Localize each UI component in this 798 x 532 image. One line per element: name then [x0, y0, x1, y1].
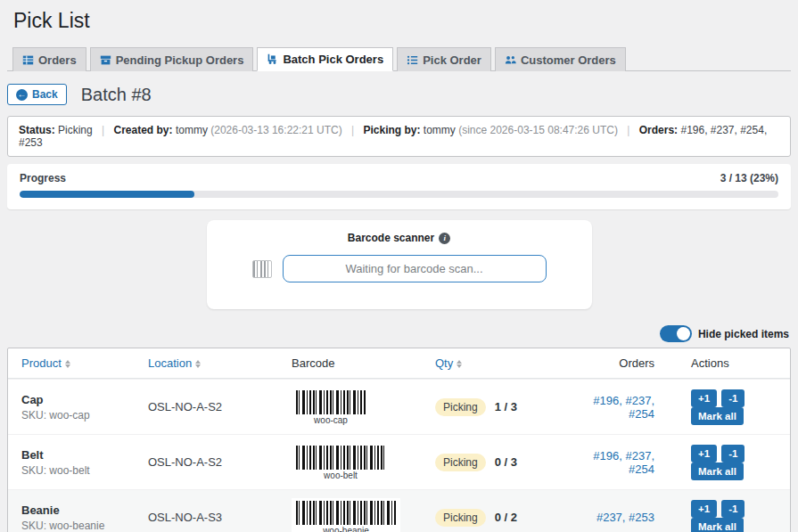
barcode-label: woo-beanie — [296, 526, 396, 532]
info-icon[interactable]: i — [439, 233, 450, 244]
status-badge: Picking — [435, 454, 486, 471]
plus-one-button[interactable]: +1 — [691, 445, 717, 462]
tab-label: Pick Order — [423, 53, 481, 67]
tab-orders[interactable]: Orders — [12, 47, 86, 71]
plus-one-button[interactable]: +1 — [691, 389, 717, 407]
column-header-product[interactable]: Product — [8, 348, 148, 378]
product-sku: SKU: woo-belt — [21, 464, 148, 477]
progress-bar — [20, 191, 778, 198]
barcode-image: woo-cap — [292, 388, 370, 426]
page-title: Pick List — [7, 0, 791, 33]
order-link[interactable]: #237 — [596, 511, 629, 524]
sort-icon — [195, 360, 201, 368]
separator: | — [351, 124, 354, 136]
hide-picked-toggle[interactable] — [660, 325, 692, 342]
progress-label: Progress — [20, 172, 66, 184]
hand-truck-icon — [267, 53, 278, 65]
order-link[interactable]: #237 — [625, 449, 654, 462]
column-header-actions: Actions — [654, 348, 790, 378]
tab-customer-orders[interactable]: Customer Orders — [495, 47, 626, 71]
back-label: Back — [32, 88, 58, 101]
batch-title: Batch #8 — [81, 85, 152, 105]
order-link[interactable]: #253 — [629, 511, 654, 524]
progress-bar-fill — [20, 191, 194, 198]
sort-icon — [65, 360, 70, 368]
location-value: OSL-NO-A-S2 — [148, 400, 292, 413]
minus-one-button[interactable]: -1 — [721, 389, 745, 407]
progress-value: 3 / 13 (23%) — [720, 172, 778, 184]
mark-all-button[interactable]: Mark all — [691, 407, 744, 425]
back-arrow-icon: ← — [16, 89, 28, 101]
order-link[interactable]: #196 — [593, 449, 625, 462]
scanner-title: Barcode scanner — [348, 232, 434, 244]
barcode-image: woo-belt — [292, 443, 390, 481]
order-link[interactable]: #196 — [593, 394, 625, 407]
plus-one-button[interactable]: +1 — [691, 500, 717, 518]
back-button[interactable]: ← Back — [7, 84, 67, 105]
barcode-label: woo-belt — [296, 471, 385, 480]
separator: | — [627, 124, 629, 136]
table-header-row: Product Location Barcode Qty Orders Acti… — [8, 348, 790, 379]
order-links: #196#237#254 — [569, 449, 654, 476]
status-badge: Picking — [435, 509, 486, 527]
tab-label: Customer Orders — [521, 53, 616, 67]
mark-all-button[interactable]: Mark all — [691, 462, 744, 480]
tab-label: Pending Pickup Orders — [116, 53, 244, 67]
picking-time: (since 2026-03-15 08:47:26 UTC) — [458, 124, 618, 136]
barcode-scan-input[interactable] — [283, 255, 547, 282]
pick-items-table: Product Location Barcode Qty Orders Acti… — [7, 348, 791, 532]
progress-card: Progress 3 / 13 (23%) — [7, 164, 791, 209]
tab-pick-order[interactable]: Pick Order — [397, 47, 491, 71]
tab-batch-pick-orders[interactable]: Batch Pick Orders — [257, 47, 393, 71]
created-time: (2026-03-13 16:22:21 UTC) — [210, 124, 341, 136]
tab-pending-pickup-orders[interactable]: Pending Pickup Orders — [90, 47, 254, 71]
orders-label: Orders: — [639, 124, 678, 136]
order-link[interactable]: #254 — [629, 407, 654, 421]
toggle-knob — [677, 327, 690, 340]
product-name: Beanie — [21, 503, 148, 517]
picking-by-user: tommy — [424, 124, 456, 136]
location-value: OSL-NO-A-S2 — [148, 455, 292, 469]
list-icon — [407, 54, 418, 66]
tab-label: Batch Pick Orders — [283, 53, 383, 66]
status-label: Status: — [19, 124, 55, 136]
product-sku: SKU: woo-beanie — [21, 520, 148, 532]
qty-value: 0 / 2 — [495, 511, 517, 524]
barcode-image: woo-beanie — [292, 498, 400, 532]
order-link[interactable]: #237 — [625, 394, 654, 407]
barcode-scanner-card: Barcode scanner i — [207, 220, 592, 309]
table-row: Belt SKU: woo-belt OSL-NO-A-S2 woo-belt … — [8, 434, 790, 489]
qty-value: 1 / 3 — [495, 400, 517, 413]
product-sku: SKU: woo-cap — [21, 409, 148, 422]
order-links: #196#237#254 — [569, 394, 654, 421]
column-header-barcode: Barcode — [292, 348, 435, 378]
sort-icon — [457, 360, 462, 368]
product-name: Belt — [21, 448, 148, 462]
qty-value: 0 / 3 — [495, 455, 517, 469]
created-by-label: Created by: — [114, 124, 173, 136]
table-row: Beanie SKU: woo-beanie OSL-NO-A-S3 woo-b… — [8, 489, 790, 532]
batch-header: ← Back Batch #8 — [7, 84, 791, 105]
column-header-location[interactable]: Location — [148, 348, 292, 378]
product-name: Cap — [21, 393, 148, 406]
order-links: #237#253 — [569, 511, 654, 524]
barcode-scanner-icon — [252, 260, 272, 278]
batch-status-bar: Status: Picking | Created by: tommy (202… — [7, 116, 791, 157]
minus-one-button[interactable]: -1 — [721, 445, 745, 462]
location-value: OSL-NO-A-S3 — [148, 511, 292, 524]
table-icon — [22, 54, 34, 66]
column-header-orders: Orders — [569, 348, 654, 378]
mark-all-button[interactable]: Mark all — [691, 518, 744, 532]
column-header-qty[interactable]: Qty — [435, 348, 569, 378]
status-value: Picking — [58, 124, 93, 136]
created-by-user: tommy — [176, 124, 208, 136]
table-row: Cap SKU: woo-cap OSL-NO-A-S2 woo-cap Pic… — [8, 379, 790, 434]
tab-label: Orders — [38, 53, 77, 67]
order-link[interactable]: #254 — [629, 462, 654, 476]
separator: | — [102, 124, 104, 136]
people-icon — [505, 54, 516, 66]
minus-one-button[interactable]: -1 — [721, 500, 745, 518]
barcode-label: woo-cap — [296, 415, 366, 425]
picking-by-label: Picking by: — [363, 124, 420, 136]
hide-picked-label: Hide picked items — [698, 328, 789, 340]
